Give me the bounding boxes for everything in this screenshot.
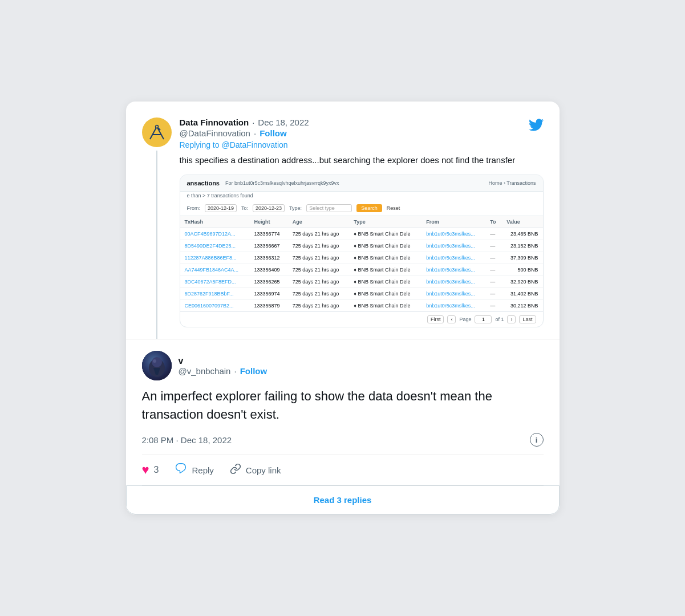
col-txhash: TxHash (180, 216, 250, 228)
ss-prev-btn[interactable]: ‹ (447, 315, 456, 323)
cell-to: — (485, 276, 502, 288)
cell-from[interactable]: bnb1ut0r5c3mslkes... (421, 252, 485, 264)
copy-link-button[interactable]: Copy link (230, 463, 281, 477)
col-age: Age (288, 216, 350, 228)
table-row: AA7449FB1846AC4A... 133356409 725 days 2… (180, 264, 543, 276)
table-row: 6D28762F918BBbF... 133356974 725 days 21… (180, 288, 543, 300)
page-of: of 1 (495, 317, 504, 322)
replying-to: Replying to @DataFinnovation (180, 140, 544, 149)
follow-button-v[interactable]: Follow (240, 366, 267, 376)
ss-pagination: First ‹ Page of 1 › Last (180, 311, 543, 327)
page-input[interactable] (475, 315, 492, 323)
ss-header-left: ansactions For bnb1ut0r5c3mslkesqlvhqelx… (187, 180, 339, 187)
ss-first-btn[interactable]: First (427, 315, 444, 323)
tweet-top: Data Finnovation · Dec 18, 2022 @DataFin… (142, 117, 544, 339)
cell-txhash[interactable]: AA7449FB1846AC4A... (180, 264, 250, 276)
screenshot-table: ansactions For bnb1ut0r5c3mslkesqlvhqelx… (180, 175, 544, 327)
tweet-bottom-header: v @v_bnbchain · Follow (142, 351, 544, 380)
cell-txhash[interactable]: 6D28762F918BBbF... (180, 288, 250, 300)
dot-separator: · (252, 117, 254, 127)
ss-result-count: e than > 7 transactions found (180, 192, 543, 201)
cell-from[interactable]: bnb1ut0r5c3mslkes... (421, 228, 485, 240)
reply-icon (175, 462, 187, 478)
to-date[interactable]: 2020-12-23 (253, 204, 285, 212)
cell-value: 37,309 BNB (502, 252, 542, 264)
username-datafinnovation: Data Finnovation (180, 117, 249, 127)
avatar-datafinnovation (142, 117, 172, 147)
cell-type: ♦ BNB Smart Chain Dele (349, 264, 421, 276)
ss-search-button[interactable]: Search (356, 204, 382, 212)
type-select[interactable]: Select type (306, 204, 352, 212)
cell-value: 23,152 BNB (502, 240, 542, 252)
info-icon[interactable]: i (530, 433, 544, 447)
handle-v: @v_bnbchain (179, 366, 231, 376)
ss-breadcrumb: Home › Transactions (488, 180, 536, 186)
read-replies-button[interactable]: Read 3 replies (126, 485, 560, 514)
like-button[interactable]: ♥ 3 (142, 463, 159, 477)
cell-age: 725 days 21 hrs ago (288, 252, 350, 264)
cell-height: 133355879 (249, 300, 287, 312)
cell-age: 725 days 21 hrs ago (288, 276, 350, 288)
twitter-card: Data Finnovation · Dec 18, 2022 @DataFin… (126, 102, 560, 514)
cell-height: 133356409 (249, 264, 287, 276)
cell-type: ♦ BNB Smart Chain Dele (349, 240, 421, 252)
page-label: Page (459, 317, 471, 322)
table-row: CE00616007097B2... 133355879 725 days 21… (180, 300, 543, 312)
cell-from[interactable]: bnb1ut0r5c3mslkes... (421, 240, 485, 252)
cell-height: 133356974 (249, 288, 287, 300)
svg-point-9 (152, 357, 162, 367)
col-from: From (421, 216, 485, 228)
cell-from[interactable]: bnb1ut0r5c3mslkes... (421, 276, 485, 288)
cell-from[interactable]: bnb1ut0r5c3mslkes... (421, 264, 485, 276)
from-date[interactable]: 2020-12-19 (205, 204, 237, 212)
cell-to: — (485, 228, 502, 240)
svg-point-10 (153, 359, 156, 363)
tweet-header: Data Finnovation · Dec 18, 2022 (180, 117, 544, 127)
v-handle-row: @v_bnbchain · Follow (179, 366, 267, 376)
thread-line (156, 151, 157, 339)
ss-reset-button[interactable]: Reset (387, 205, 400, 211)
left-col (142, 117, 172, 339)
table-row: 8D5490DE2F4DE25... 133356667 725 days 21… (180, 240, 543, 252)
col-type: Type (349, 216, 421, 228)
table-row: 3DC40672A5F8EFD... 133356265 725 days 21… (180, 276, 543, 288)
cell-height: 133356312 (249, 252, 287, 264)
svg-point-0 (144, 120, 169, 145)
cell-txhash[interactable]: 3DC40672A5F8EFD... (180, 276, 250, 288)
cell-value: 31,402 BNB (502, 288, 542, 300)
cell-type: ♦ BNB Smart Chain Dele (349, 300, 421, 312)
cell-txhash[interactable]: 8D5490DE2F4DE25... (180, 240, 250, 252)
twitter-bird-icon (529, 117, 544, 136)
cell-value: 32,920 BNB (502, 276, 542, 288)
ss-next-btn[interactable]: › (507, 315, 516, 323)
cell-txhash[interactable]: 00ACF4B9697D12A... (180, 228, 250, 240)
username-v: v (179, 356, 267, 366)
table-header-row: TxHash Height Age Type From To Value (180, 216, 543, 228)
tweet-bottom-text: An imperfect explorer failing to show th… (142, 387, 544, 424)
col-value: Value (502, 216, 542, 228)
reply-button[interactable]: Reply (175, 462, 213, 478)
cell-value: 23,465 BNB (502, 228, 542, 240)
ss-last-btn[interactable]: Last (519, 315, 536, 323)
ss-title: ansactions (187, 180, 220, 187)
tweet-top-text: this specifies a destination address...b… (180, 154, 544, 167)
cell-to: — (485, 300, 502, 312)
cell-age: 725 days 21 hrs ago (288, 228, 350, 240)
cell-age: 725 days 21 hrs ago (288, 300, 350, 312)
cell-to: — (485, 252, 502, 264)
tweet-meta: 2:08 PM · Dec 18, 2022 i (142, 433, 544, 447)
cell-from[interactable]: bnb1ut0r5c3mslkes... (421, 288, 485, 300)
cell-age: 725 days 21 hrs ago (288, 288, 350, 300)
replying-to-prefix: Replying to (180, 140, 220, 149)
cell-value: 500 BNB (502, 264, 542, 276)
tweet-actions: ♥ 3 Reply Copy link (142, 455, 544, 485)
follow-button-top[interactable]: Follow (260, 128, 287, 138)
cell-height: 133356774 (249, 228, 287, 240)
avatar-v (142, 351, 172, 380)
copy-link-label: Copy link (246, 465, 281, 475)
replying-to-handle[interactable]: @DataFinnovation (221, 140, 287, 149)
cell-txhash[interactable]: CE00616007097B2... (180, 300, 250, 312)
cell-txhash[interactable]: 112287A886B86EF8... (180, 252, 250, 264)
tweet-bottom: v @v_bnbchain · Follow An imperfect expl… (142, 351, 544, 514)
cell-from[interactable]: bnb1ut0r5c3mslkes... (421, 300, 485, 312)
